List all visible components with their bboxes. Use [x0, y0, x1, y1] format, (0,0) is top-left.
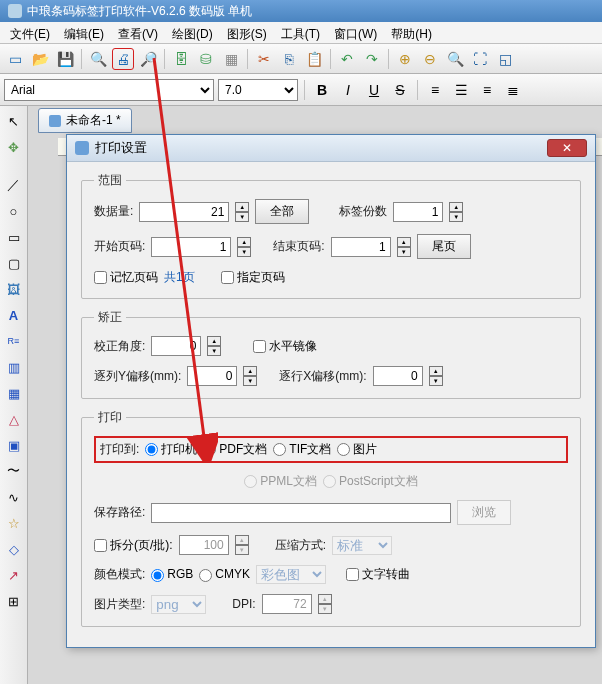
grid-icon[interactable]: ▦	[220, 48, 242, 70]
all-button[interactable]: 全部	[255, 199, 309, 224]
window-titlebar: 中琅条码标签打印软件-V6.2.6 数码版 单机	[0, 0, 602, 22]
zoom-fit-icon[interactable]: 🔍	[444, 48, 466, 70]
save-path-label: 保存路径:	[94, 504, 145, 521]
compress-label: 压缩方式:	[275, 537, 326, 554]
fit-icon[interactable]: ⛶	[469, 48, 491, 70]
radio-cmyk[interactable]: CMYK	[199, 567, 250, 581]
table-tool-icon[interactable]: ⊞	[3, 590, 25, 612]
radio-image[interactable]: 图片	[337, 441, 377, 458]
data-icon[interactable]: ⛁	[195, 48, 217, 70]
col-offset-spinner[interactable]: ▲▼	[243, 366, 257, 386]
close-button[interactable]: ✕	[547, 139, 587, 157]
rect-tool-icon[interactable]: ▭	[3, 226, 25, 248]
redo-icon[interactable]: ↷	[361, 48, 383, 70]
specify-page-checkbox[interactable]: 指定页码	[221, 269, 285, 286]
underline-button[interactable]: U	[363, 79, 385, 101]
copy-icon[interactable]: ⎘	[278, 48, 300, 70]
remember-page-checkbox[interactable]: 记忆页码	[94, 269, 158, 286]
find-icon[interactable]: 🔎	[137, 48, 159, 70]
polygon-tool-icon[interactable]: ▣	[3, 434, 25, 456]
image-tool-icon[interactable]: 🖼	[3, 278, 25, 300]
angle-spinner[interactable]: ▲▼	[207, 336, 221, 356]
align-right-icon[interactable]: ≡	[476, 79, 498, 101]
pointer-tool-icon[interactable]: ↖	[3, 110, 25, 132]
align-center-icon[interactable]: ☰	[450, 79, 472, 101]
qrcode-tool-icon[interactable]: ▦	[3, 382, 25, 404]
font-select[interactable]: Arial	[4, 79, 214, 101]
label-copies-input[interactable]	[393, 202, 443, 222]
strike-button[interactable]: S	[389, 79, 411, 101]
bezier-tool-icon[interactable]: ∿	[3, 486, 25, 508]
correction-legend: 矫正	[94, 309, 126, 326]
end-page-spinner[interactable]: ▲▼	[397, 237, 411, 257]
image-type-label: 图片类型:	[94, 596, 145, 613]
row-offset-spinner[interactable]: ▲▼	[429, 366, 443, 386]
radio-pdf[interactable]: PDF文档	[203, 441, 267, 458]
cut-icon[interactable]: ✂	[253, 48, 275, 70]
new-icon[interactable]: ▭	[4, 48, 26, 70]
line-tool-icon[interactable]: ／	[3, 174, 25, 196]
diamond-tool-icon[interactable]: ◇	[3, 538, 25, 560]
ellipse-tool-icon[interactable]: ○	[3, 200, 25, 222]
curve-tool-icon[interactable]: 〜	[3, 460, 25, 482]
pan-tool-icon[interactable]: ✥	[3, 136, 25, 158]
align-left-icon[interactable]: ≡	[424, 79, 446, 101]
save-icon[interactable]: 💾	[54, 48, 76, 70]
actual-icon[interactable]: ◱	[494, 48, 516, 70]
data-qty-spinner[interactable]: ▲▼	[235, 202, 249, 222]
menu-edit[interactable]: 编辑(E)	[58, 24, 110, 41]
italic-button[interactable]: I	[337, 79, 359, 101]
print-legend: 打印	[94, 409, 126, 426]
mirror-checkbox[interactable]: 水平镜像	[253, 338, 317, 355]
menu-tool[interactable]: 工具(T)	[275, 24, 326, 41]
text-tool-icon[interactable]: A	[3, 304, 25, 326]
label-copies-spinner[interactable]: ▲▼	[449, 202, 463, 222]
angle-label: 校正角度:	[94, 338, 145, 355]
menu-view[interactable]: 查看(V)	[112, 24, 164, 41]
total-pages-link[interactable]: 共1页	[164, 269, 195, 286]
angle-input[interactable]	[151, 336, 201, 356]
open-icon[interactable]: 📂	[29, 48, 51, 70]
barcode-tool-icon[interactable]: ▥	[3, 356, 25, 378]
menu-shape[interactable]: 图形(S)	[221, 24, 273, 41]
preview-icon[interactable]: 🔍	[87, 48, 109, 70]
database-icon[interactable]: 🗄	[170, 48, 192, 70]
print-settings-dialog: 打印设置 ✕ 范围 数据量: ▲▼ 全部 标签份数 ▲▼	[66, 134, 596, 648]
correction-fieldset: 矫正 校正角度: ▲▼ 水平镜像 逐列Y偏移(mm): ▲▼ 逐行X偏移(mm)…	[81, 309, 581, 399]
start-page-input[interactable]	[151, 237, 231, 257]
bold-button[interactable]: B	[311, 79, 333, 101]
doc-icon	[49, 115, 61, 127]
print-icon[interactable]: 🖨	[112, 48, 134, 70]
text-curve-checkbox[interactable]: 文字转曲	[346, 566, 410, 583]
start-page-spinner[interactable]: ▲▼	[237, 237, 251, 257]
font-size-select[interactable]: 7.0	[218, 79, 298, 101]
star-tool-icon[interactable]: ☆	[3, 512, 25, 534]
menu-window[interactable]: 窗口(W)	[328, 24, 383, 41]
undo-icon[interactable]: ↶	[336, 48, 358, 70]
row-offset-input[interactable]	[373, 366, 423, 386]
menu-help[interactable]: 帮助(H)	[385, 24, 438, 41]
align-justify-icon[interactable]: ≣	[502, 79, 524, 101]
data-qty-input[interactable]	[139, 202, 229, 222]
richtext-tool-icon[interactable]: R≡	[3, 330, 25, 352]
radio-rgb[interactable]: RGB	[151, 567, 193, 581]
arrow-tool-icon[interactable]: ↗	[3, 564, 25, 586]
split-input	[179, 535, 229, 555]
triangle-tool-icon[interactable]: △	[3, 408, 25, 430]
document-tab[interactable]: 未命名-1 *	[38, 108, 132, 133]
print-to-label: 打印到:	[100, 441, 139, 458]
col-offset-input[interactable]	[187, 366, 237, 386]
radio-tif[interactable]: TIF文档	[273, 441, 331, 458]
end-page-input[interactable]	[331, 237, 391, 257]
split-checkbox[interactable]: 拆分(页/批):	[94, 537, 173, 554]
zoom-out-icon[interactable]: ⊖	[419, 48, 441, 70]
radio-printer[interactable]: 打印机	[145, 441, 197, 458]
zoom-in-icon[interactable]: ⊕	[394, 48, 416, 70]
paste-icon[interactable]: 📋	[303, 48, 325, 70]
print-to-highlight-box: 打印到: 打印机 PDF文档 TIF文档 图片	[94, 436, 568, 463]
last-page-button[interactable]: 尾页	[417, 234, 471, 259]
separator	[304, 80, 305, 100]
menu-file[interactable]: 文件(E)	[4, 24, 56, 41]
roundrect-tool-icon[interactable]: ▢	[3, 252, 25, 274]
menu-draw[interactable]: 绘图(D)	[166, 24, 219, 41]
